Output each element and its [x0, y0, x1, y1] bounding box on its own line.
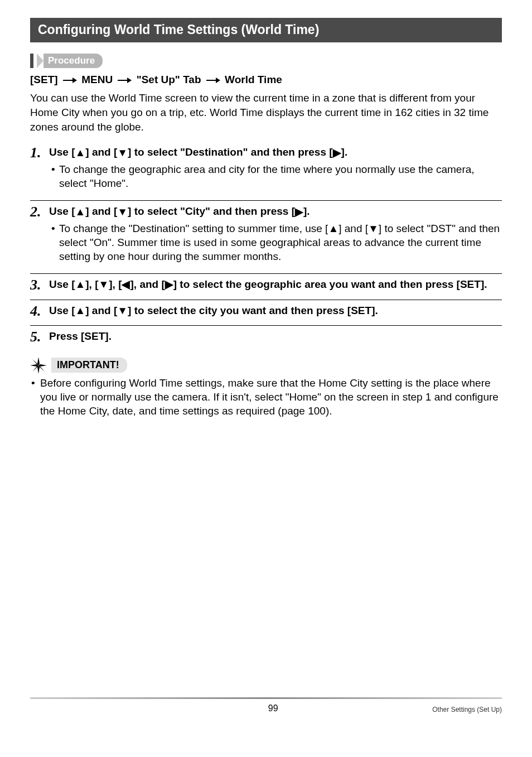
arrow-right-icon: [117, 73, 132, 88]
section-title-bar: Configuring World Time Settings (World T…: [30, 18, 502, 42]
important-label: IMPORTANT!: [51, 358, 127, 373]
svg-marker-7: [37, 357, 40, 365]
menu-path-part: MENU: [81, 74, 113, 85]
procedure-heading: Procedure: [30, 54, 502, 68]
footer-divider: [30, 697, 502, 699]
svg-marker-0: [37, 54, 43, 68]
step-number: 4.: [30, 303, 49, 320]
step-number: 1.: [30, 145, 49, 195]
starburst-icon: [30, 357, 47, 374]
menu-path-part: [SET]: [30, 74, 58, 85]
menu-path: [SET] MENU "Set Up" Tab World Time: [30, 73, 502, 88]
svg-marker-4: [127, 78, 132, 83]
important-body: Before configuring World Time settings, …: [30, 376, 502, 418]
step-instruction: Use [▲] and [▼] to select the city you w…: [49, 303, 502, 318]
down-triangle-icon: ▼: [117, 146, 128, 160]
step-number: 5.: [30, 329, 49, 346]
menu-path-part: "Set Up" Tab: [137, 74, 201, 85]
step-bullets: To change the "Destination" setting to s…: [49, 221, 502, 263]
svg-marker-13: [32, 365, 38, 372]
footer-section-name: Other Settings (Set Up): [432, 706, 502, 713]
svg-marker-11: [32, 359, 38, 365]
list-item: To change the geographic area and city f…: [51, 162, 502, 190]
step-3: 3. Use [▲], [▼], [◀], and [▶] to select …: [30, 273, 502, 294]
step-instruction: Use [▲] and [▼] to select "Destination" …: [49, 145, 502, 160]
svg-marker-9: [30, 364, 38, 367]
step-4: 4. Use [▲] and [▼] to select the city yo…: [30, 300, 502, 320]
step-1: 1. Use [▲] and [▼] to select "Destinatio…: [30, 142, 502, 195]
arrow-right-icon: [206, 73, 220, 88]
text: ] and [: [85, 205, 117, 217]
svg-marker-12: [38, 359, 45, 365]
text: Use [: [49, 146, 75, 158]
text: ].: [303, 205, 310, 217]
procedure-accent-bar: [30, 54, 33, 68]
svg-marker-2: [72, 78, 77, 83]
page-number: 99: [114, 703, 432, 713]
right-triangle-icon: ▶: [333, 146, 341, 160]
text: ] and [: [85, 146, 117, 158]
list-item: To change the "Destination" setting to s…: [51, 221, 502, 263]
text: ].: [341, 146, 348, 158]
step-number: 3.: [30, 277, 49, 294]
step-instruction: Press [SET].: [49, 329, 502, 344]
up-triangle-icon: ▲: [75, 146, 85, 160]
important-heading: IMPORTANT!: [30, 357, 502, 374]
procedure-label: Procedure: [43, 54, 103, 68]
list-item: Before configuring World Time settings, …: [30, 376, 502, 418]
up-triangle-icon: ▲: [75, 205, 85, 219]
step-instruction: Use [▲], [▼], [◀], and [▶] to select the…: [49, 277, 502, 292]
step-bullets: To change the geographic area and city f…: [49, 162, 502, 190]
text: ] to select "City" and then press [: [128, 205, 295, 217]
step-5: 5. Press [SET].: [30, 325, 502, 346]
text: ] to select "Destination" and then press…: [128, 146, 332, 158]
text: Use [: [49, 205, 75, 217]
down-triangle-icon: ▼: [117, 205, 128, 219]
step-number: 2.: [30, 204, 49, 268]
intro-paragraph: You can use the World Time screen to vie…: [30, 91, 502, 134]
right-triangle-icon: ▶: [295, 205, 303, 219]
svg-marker-8: [37, 365, 40, 374]
section-title: Configuring World Time Settings (World T…: [38, 22, 319, 37]
step-instruction: Use [▲] and [▼] to select "City" and the…: [49, 204, 502, 219]
svg-marker-6: [216, 78, 220, 83]
page-footer: 99 Other Settings (Set Up): [30, 697, 502, 713]
svg-marker-14: [38, 365, 45, 372]
menu-path-part: World Time: [225, 74, 282, 85]
svg-marker-10: [38, 364, 47, 367]
step-2: 2. Use [▲] and [▼] to select "City" and …: [30, 200, 502, 268]
arrow-right-icon: [62, 73, 77, 88]
